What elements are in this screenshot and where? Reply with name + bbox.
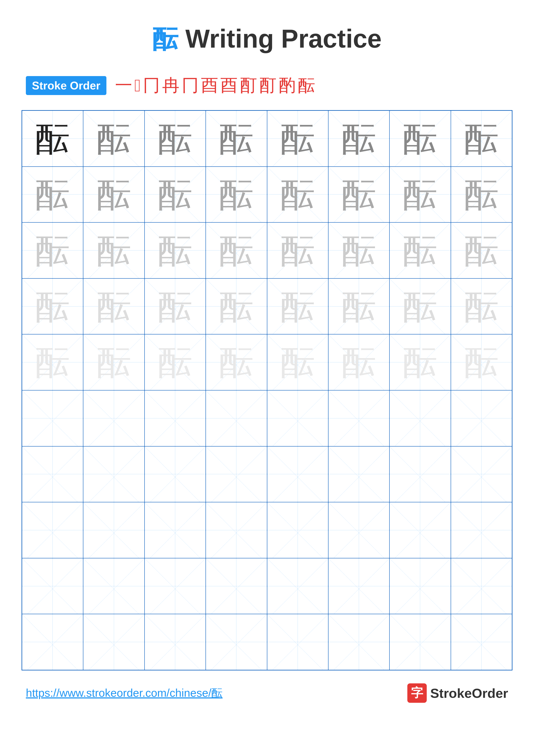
grid-cell (144, 390, 206, 446)
grid-cell: 酝 (451, 222, 512, 279)
grid-cell: 酝 (328, 222, 390, 279)
grid-cell (22, 614, 83, 670)
grid-cell (144, 558, 206, 614)
grid-cell: 酝 (328, 167, 390, 223)
grid-cell (83, 502, 144, 558)
grid-cell: 酝 (83, 167, 144, 223)
grid-cell: 酝 (144, 222, 206, 279)
grid-cell: 酝 (390, 334, 451, 390)
grid-cell (328, 390, 390, 446)
grid-cell: 酝 (267, 111, 328, 167)
grid-cell (328, 558, 390, 614)
grid-cell (390, 446, 451, 502)
grid-cell: 酝 (206, 279, 267, 335)
grid-cell (206, 446, 267, 502)
grid-cell: 酝 (390, 279, 451, 335)
page-title: 酝 Writing Practice (21, 21, 513, 57)
footer: https://www.strokeorder.com/chinese/酝 字 … (21, 683, 513, 703)
footer-url[interactable]: https://www.strokeorder.com/chinese/酝 (26, 686, 222, 701)
grid-cell (451, 390, 512, 446)
grid-cell: 酝 (328, 111, 390, 167)
stroke-sequence: 一 𠃌 冂 冉 冂 酉 酉 酊 酊 酌 酝 (115, 74, 315, 97)
grid-cell: 酝 (22, 334, 83, 390)
grid-cell: 酝 (22, 111, 83, 167)
grid-cell (22, 446, 83, 502)
grid-cell: 酝 (328, 334, 390, 390)
grid-cell: 酝 (22, 279, 83, 335)
grid-cell (328, 614, 390, 670)
grid-cell (83, 558, 144, 614)
grid-cell: 酝 (83, 222, 144, 279)
grid-cell: 酝 (144, 334, 206, 390)
grid-cell: 酝 (451, 279, 512, 335)
grid-cell (83, 446, 144, 502)
footer-logo: 字 StrokeOrder (407, 683, 508, 703)
grid-cell (451, 614, 512, 670)
grid-cell (22, 390, 83, 446)
grid-cell: 酝 (451, 334, 512, 390)
grid-cell (22, 558, 83, 614)
grid-cell (451, 446, 512, 502)
grid-cell (144, 502, 206, 558)
grid-cell (22, 502, 83, 558)
grid-cell: 酝 (267, 222, 328, 279)
grid-cell: 酝 (451, 111, 512, 167)
grid-cell (390, 558, 451, 614)
grid-cell (206, 558, 267, 614)
grid-cell (390, 614, 451, 670)
grid-cell: 酝 (328, 279, 390, 335)
grid-cell: 酝 (390, 111, 451, 167)
footer-logo-text: StrokeOrder (430, 686, 508, 701)
practice-grid: 酝 酝 酝 酝 酝 酝 酝 酝 酝 酝 酝 酝 (21, 110, 513, 670)
grid-cell: 酝 (83, 334, 144, 390)
grid-cell (144, 614, 206, 670)
grid-cell: 酝 (144, 111, 206, 167)
grid-cell (390, 502, 451, 558)
grid-cell: 酝 (206, 111, 267, 167)
grid-cell: 酝 (144, 279, 206, 335)
grid-cell (328, 446, 390, 502)
footer-logo-icon: 字 (407, 683, 427, 703)
grid-cell (267, 614, 328, 670)
grid-cell: 酝 (22, 222, 83, 279)
grid-cell (206, 502, 267, 558)
grid-cell (144, 446, 206, 502)
grid-cell (451, 558, 512, 614)
stroke-order-row: Stroke Order 一 𠃌 冂 冉 冂 酉 酉 酊 酊 酌 酝 (21, 74, 513, 97)
grid-cell: 酝 (206, 222, 267, 279)
grid-cell (267, 446, 328, 502)
grid-cell: 酝 (83, 111, 144, 167)
grid-cell: 酝 (83, 279, 144, 335)
grid-cell: 酝 (206, 167, 267, 223)
grid-cell (206, 614, 267, 670)
grid-cell (83, 614, 144, 670)
grid-cell (451, 502, 512, 558)
grid-cell: 酝 (144, 167, 206, 223)
grid-cell (83, 390, 144, 446)
grid-cell (267, 390, 328, 446)
stroke-order-badge: Stroke Order (26, 76, 106, 95)
grid-cell: 酝 (22, 167, 83, 223)
grid-cell: 酝 (267, 334, 328, 390)
grid-cell: 酝 (206, 334, 267, 390)
grid-cell (328, 502, 390, 558)
grid-cell (390, 390, 451, 446)
grid-cell: 酝 (267, 167, 328, 223)
grid-cell: 酝 (451, 167, 512, 223)
grid-cell (267, 502, 328, 558)
grid-cell: 酝 (390, 222, 451, 279)
grid-cell (206, 390, 267, 446)
grid-cell (267, 558, 328, 614)
grid-cell: 酝 (390, 167, 451, 223)
grid-cell: 酝 (267, 279, 328, 335)
